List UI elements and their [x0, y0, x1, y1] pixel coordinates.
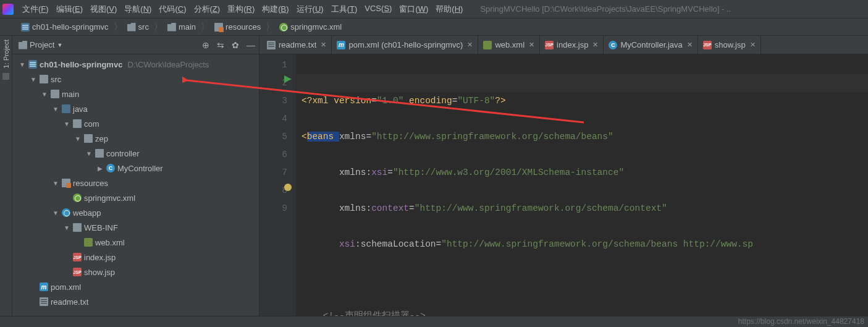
folder-icon: [51, 90, 59, 98]
close-icon[interactable]: ✕: [592, 41, 598, 49]
menu-工具[interactable]: 工具(T): [327, 1, 361, 17]
hide-icon[interactable]: —: [246, 40, 255, 50]
tree-folder-main[interactable]: ▼ main: [16, 87, 259, 101]
chevron-right-icon: 〉: [112, 22, 124, 33]
chevron-right-icon: 〉: [264, 22, 276, 33]
maven-icon: m: [40, 282, 48, 291]
structure-tool-icon[interactable]: [2, 73, 9, 80]
editor-body[interactable]: 123456789 <?xml version="1.0" encoding="…: [259, 54, 868, 316]
code-editor[interactable]: <?xml version="1.0" encoding="UTF-8"?> <…: [297, 54, 868, 316]
tree-file-web-xml[interactable]: ▶ web.xml: [16, 235, 259, 250]
package-icon: [95, 149, 104, 158]
editor-gutter: 123456789: [259, 54, 297, 316]
editor-tab[interactable]: web.xml✕: [478, 36, 540, 54]
editor-tab[interactable]: readme.txt✕: [262, 36, 332, 54]
tree-pkg-zep[interactable]: ▼ zep: [16, 131, 259, 146]
folder-icon: [167, 23, 176, 32]
folder-icon: [40, 75, 48, 83]
breadcrumb-item[interactable]: src: [125, 21, 151, 33]
package-icon: [84, 134, 93, 143]
tree-file-springmvc-xml[interactable]: ▶ springmvc.xml: [16, 190, 259, 205]
spring-icon: [279, 23, 288, 32]
tree-file-index-jsp[interactable]: ▶ JSP index.jsp: [16, 250, 259, 265]
breadcrumb-item[interactable]: main: [165, 21, 198, 33]
menu-视图[interactable]: 视图(V): [86, 1, 120, 17]
menu-重构[interactable]: 重构(R): [224, 1, 258, 17]
close-icon[interactable]: ✕: [750, 41, 756, 49]
project-tree[interactable]: ▼ ch01-hello-springmvc D:\CWork\IdeaProj…: [12, 54, 259, 312]
menu-窗口[interactable]: 窗口(W): [395, 1, 432, 17]
menubar: 文件(F)编辑(E)视图(V)导航(N)代码(C)分析(Z)重构(R)构建(B)…: [0, 0, 868, 19]
maven-icon: m: [337, 41, 345, 49]
run-gutter-icon[interactable]: [284, 75, 292, 83]
close-icon[interactable]: ✕: [529, 41, 534, 49]
menu-导航[interactable]: 导航(N): [120, 1, 155, 17]
breadcrumb-item[interactable]: ch01-hello-springmvc: [19, 21, 111, 33]
tool-window-strip: 1: Project: [0, 36, 12, 316]
close-icon[interactable]: ✕: [687, 41, 693, 49]
app-logo-icon: [2, 4, 14, 15]
tree-module-root[interactable]: ▼ ch01-hello-springmvc D:\CWork\IdeaProj…: [16, 57, 259, 72]
tab-label: show.jsp: [715, 40, 746, 49]
expand-icon[interactable]: ⇆: [217, 40, 224, 50]
locate-icon[interactable]: ⊕: [202, 40, 209, 50]
menu-编辑[interactable]: 编辑(E): [53, 1, 86, 17]
menu-VCS[interactable]: VCS(S): [361, 1, 395, 17]
tree-pkg-controller[interactable]: ▼ controller: [16, 146, 259, 161]
tab-label: MyController.java: [620, 40, 682, 49]
menu-构建[interactable]: 构建(B): [258, 1, 292, 17]
chevron-right-icon: 〉: [200, 22, 211, 33]
project-tool-button[interactable]: 1: Project: [2, 40, 10, 68]
menu-文件[interactable]: 文件(F): [19, 1, 53, 17]
tab-label: pom.xml (ch01-hello-springmvc): [348, 40, 463, 49]
editor-tab[interactable]: JSPshow.jsp✕: [698, 36, 761, 54]
class-icon: C: [106, 164, 115, 172]
jsp-icon: JSP: [73, 268, 82, 276]
tree-folder-java[interactable]: ▼ java: [16, 101, 259, 116]
jsp-icon: JSP: [73, 253, 82, 261]
package-icon: [73, 119, 82, 128]
tab-label: index.jsp: [557, 40, 588, 49]
text-file-icon: [40, 297, 48, 306]
gear-icon[interactable]: ✿: [232, 40, 239, 50]
jsp-icon: JSP: [703, 41, 712, 49]
chevron-down-icon[interactable]: ▼: [57, 42, 62, 48]
tree-folder-webapp[interactable]: ▼ webapp: [16, 205, 259, 220]
resources-folder-icon: [62, 179, 70, 187]
editor-tabs: readme.txt✕mpom.xml (ch01-hello-springmv…: [259, 36, 868, 54]
tree-file-show-jsp[interactable]: ▶ JSP show.jsp: [16, 265, 259, 279]
breadcrumb-item[interactable]: resources: [212, 21, 263, 33]
close-icon[interactable]: ✕: [321, 41, 326, 49]
spring-config-icon: [73, 193, 82, 202]
tab-label: readme.txt: [279, 40, 316, 49]
breadcrumb-item[interactable]: springmvc.xml: [277, 21, 344, 33]
menu-运行[interactable]: 运行(U): [293, 1, 327, 17]
tree-file-pom[interactable]: ▶ m pom.xml: [16, 279, 259, 294]
tree-folder-resources[interactable]: ▼ resources: [16, 176, 259, 190]
module-icon: [21, 23, 30, 32]
tree-folder-webinf[interactable]: ▼ WEB-INF: [16, 220, 259, 235]
menu-代码[interactable]: 代码(C): [155, 1, 190, 17]
menu-分析[interactable]: 分析(Z): [190, 1, 224, 17]
tree-class-mycontroller[interactable]: ▶ C MyController: [16, 161, 259, 176]
project-panel-title[interactable]: Project: [30, 40, 54, 49]
module-icon: [28, 60, 37, 69]
web-folder-icon: [62, 208, 70, 217]
source-folder-icon: [62, 104, 70, 113]
menu-帮助[interactable]: 帮助(H): [432, 1, 466, 17]
project-view-icon: [19, 41, 27, 49]
project-panel-header: Project ▼ ⊕ ⇆ ✿ —: [12, 36, 259, 54]
editor-area: readme.txt✕mpom.xml (ch01-hello-springmv…: [259, 36, 868, 316]
editor-tab[interactable]: mpom.xml (ch01-hello-springmvc)✕: [332, 36, 478, 54]
tree-folder-src[interactable]: ▼ src: [16, 72, 259, 87]
tree-file-readme[interactable]: ▶ readme.txt: [16, 294, 259, 309]
tree-pkg-com[interactable]: ▼ com: [16, 116, 259, 131]
bean-gutter-icon[interactable]: [284, 184, 292, 191]
editor-tab[interactable]: CMyController.java✕: [604, 36, 697, 54]
xml-icon: [84, 238, 93, 247]
folder-icon: [127, 23, 136, 32]
editor-tab[interactable]: JSPindex.jsp✕: [540, 36, 604, 54]
project-panel: Project ▼ ⊕ ⇆ ✿ — ▼ ch01-hello-springmvc…: [12, 36, 259, 316]
close-icon[interactable]: ✕: [467, 41, 473, 49]
window-title: SpringMVCHello [D:\CWork\IdeaProjects\Ja…: [480, 4, 731, 14]
